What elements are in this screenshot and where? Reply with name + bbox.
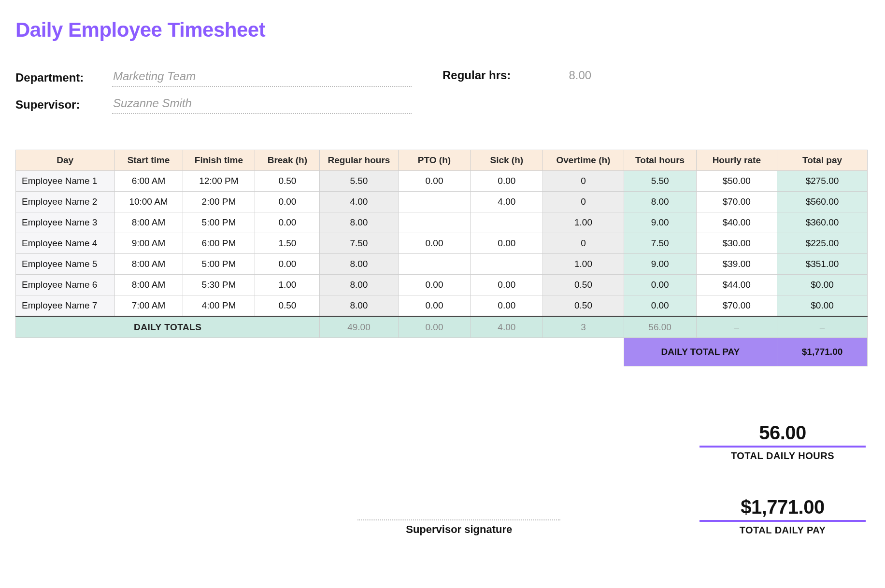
cell-finish[interactable]: 2:00 PM [183,192,255,212]
cell-rate[interactable]: $39.00 [696,254,777,275]
cell-pto[interactable] [398,192,471,212]
cell-sick[interactable]: 0.00 [471,295,543,317]
table-row: Employee Name 210:00 AM2:00 PM0.004.004.… [16,192,868,212]
cell-pay: $0.00 [777,275,868,295]
cell-finish[interactable]: 6:00 PM [183,233,255,254]
cell-total: 5.50 [624,171,696,192]
cell-name: Employee Name 4 [16,233,115,254]
cell-name: Employee Name 6 [16,275,115,295]
col-sick: Sick (h) [471,150,543,171]
cell-rate[interactable]: $50.00 [696,171,777,192]
cell-finish[interactable]: 5:00 PM [183,212,255,233]
cell-sick[interactable]: 0.00 [471,171,543,192]
table-row: Employee Name 38:00 AM5:00 PM0.008.001.0… [16,212,868,233]
cell-start[interactable]: 8:00 AM [114,275,183,295]
cell-rate[interactable]: $44.00 [696,275,777,295]
cell-pay: $351.00 [777,254,868,275]
cell-sick[interactable] [471,254,543,275]
daily-totals-label: DAILY TOTALS [16,317,320,338]
totals-regular: 49.00 [320,317,398,338]
cell-rate[interactable]: $40.00 [696,212,777,233]
cell-pto[interactable] [398,254,471,275]
cell-regular: 8.00 [320,212,398,233]
col-finish: Finish time [183,150,255,171]
department-label: Department: [15,71,112,84]
timesheet-table: Day Start time Finish time Break (h) Reg… [15,150,868,366]
cell-total: 0.00 [624,275,696,295]
cell-break[interactable]: 0.50 [255,171,320,192]
totals-ot: 3 [543,317,624,338]
totals-sick: 4.00 [471,317,543,338]
totals-pay: – [777,317,868,338]
cell-start[interactable]: 6:00 AM [114,171,183,192]
cell-break[interactable]: 0.00 [255,254,320,275]
cell-pay: $360.00 [777,212,868,233]
table-row: Employee Name 68:00 AM5:30 PM1.008.000.0… [16,275,868,295]
cell-name: Employee Name 7 [16,295,115,317]
cell-total: 7.50 [624,233,696,254]
cell-regular: 8.00 [320,295,398,317]
daily-totals-row: DAILY TOTALS 49.00 0.00 4.00 3 56.00 – – [16,317,868,338]
signature-label: Supervisor signature [406,523,512,536]
cell-pto[interactable]: 0.00 [398,233,471,254]
totals-rate: – [696,317,777,338]
cell-total: 9.00 [624,212,696,233]
col-total: Total hours [624,150,696,171]
cell-break[interactable]: 0.00 [255,212,320,233]
totals-total: 56.00 [624,317,696,338]
cell-start[interactable]: 7:00 AM [114,295,183,317]
regular-hrs-value: 8.00 [569,69,591,82]
col-day: Day [16,150,115,171]
cell-pay: $225.00 [777,233,868,254]
cell-regular: 8.00 [320,275,398,295]
cell-finish[interactable]: 5:00 PM [183,254,255,275]
cell-pto[interactable] [398,212,471,233]
cell-sick[interactable] [471,212,543,233]
cell-break[interactable]: 0.00 [255,192,320,212]
cell-pto[interactable]: 0.00 [398,171,471,192]
cell-name: Employee Name 2 [16,192,115,212]
cell-rate[interactable]: $30.00 [696,233,777,254]
page-title: Daily Employee Timesheet [15,18,870,42]
supervisor-label: Supervisor: [15,98,112,112]
col-regular: Regular hours [320,150,398,171]
daily-total-pay-label: DAILY TOTAL PAY [624,338,777,366]
supervisor-input[interactable] [112,96,412,114]
cell-pay: $560.00 [777,192,868,212]
cell-start[interactable]: 8:00 AM [114,212,183,233]
col-ot: Overtime (h) [543,150,624,171]
cell-regular: 5.50 [320,171,398,192]
col-pto: PTO (h) [398,150,471,171]
cell-ot: 1.00 [543,212,624,233]
cell-pto[interactable]: 0.00 [398,295,471,317]
cell-pto[interactable]: 0.00 [398,275,471,295]
table-row: Employee Name 49:00 AM6:00 PM1.507.500.0… [16,233,868,254]
cell-rate[interactable]: $70.00 [696,192,777,212]
daily-total-pay-row: DAILY TOTAL PAY $1,771.00 [16,338,868,366]
cell-start[interactable]: 10:00 AM [114,192,183,212]
cell-sick[interactable]: 0.00 [471,275,543,295]
regular-hrs-label: Regular hrs: [442,69,511,82]
cell-start[interactable]: 9:00 AM [114,233,183,254]
cell-start[interactable]: 8:00 AM [114,254,183,275]
cell-total: 8.00 [624,192,696,212]
cell-finish[interactable]: 5:30 PM [183,275,255,295]
col-rate: Hourly rate [696,150,777,171]
cell-ot: 0 [543,192,624,212]
cell-rate[interactable]: $70.00 [696,295,777,317]
cell-sick[interactable]: 0.00 [471,233,543,254]
cell-break[interactable]: 0.50 [255,295,320,317]
total-daily-hours-value: 56.00 [699,422,866,444]
cell-total: 0.00 [624,295,696,317]
cell-break[interactable]: 1.50 [255,233,320,254]
cell-ot: 0 [543,171,624,192]
signature-line[interactable] [357,507,560,520]
cell-name: Employee Name 3 [16,212,115,233]
cell-finish[interactable]: 12:00 PM [183,171,255,192]
totals-pto: 0.00 [398,317,471,338]
cell-break[interactable]: 1.00 [255,275,320,295]
cell-ot: 0 [543,233,624,254]
cell-sick[interactable]: 4.00 [471,192,543,212]
department-input[interactable] [112,69,412,87]
cell-finish[interactable]: 4:00 PM [183,295,255,317]
